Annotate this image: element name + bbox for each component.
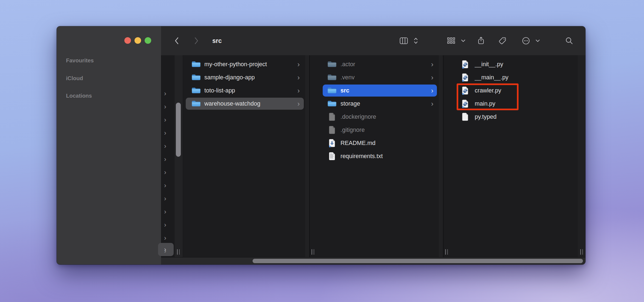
- file-name: __main__.py: [475, 74, 508, 81]
- file-name: crawler.py: [475, 87, 501, 94]
- chevron-right-icon: ›: [431, 87, 433, 95]
- file-name: storage: [340, 100, 360, 107]
- finder-window: Favourites iCloud Locations src › ››››››…: [57, 26, 585, 265]
- chevron-down-icon: [461, 39, 465, 42]
- file-row[interactable]: crawler.py: [443, 84, 577, 97]
- sidebar: Favourites iCloud Locations: [57, 26, 161, 265]
- file-name: toto-list-app: [204, 87, 235, 94]
- toolbar: src: [161, 26, 585, 56]
- file-row[interactable]: storage ›: [310, 97, 443, 110]
- hidden-column-row-chevron: ›: [164, 142, 166, 150]
- column-view-content: › ›››››››››››››› my-other-python-project…: [161, 55, 585, 257]
- file-row[interactable]: requirements.txt: [310, 150, 443, 163]
- hidden-column-row-chevron: ›: [164, 116, 166, 124]
- column-view-button[interactable]: [400, 37, 408, 44]
- close-window-button[interactable]: [124, 37, 131, 44]
- folder-icon: [327, 74, 337, 81]
- file-name: main.py: [475, 100, 495, 107]
- python-file-icon: [462, 73, 469, 82]
- folder-icon: [327, 100, 337, 108]
- hidden-column-row-chevron: ›: [164, 208, 166, 216]
- file-row[interactable]: __main__.py: [443, 71, 577, 84]
- file-row[interactable]: .gitignore: [310, 123, 443, 137]
- file-name: requirements.txt: [340, 153, 383, 160]
- column-src: __init__.py __main__.py crawler.py main.…: [443, 55, 577, 257]
- folder-icon: [191, 60, 201, 68]
- sidebar-section-icloud: iCloud: [66, 75, 83, 82]
- chevron-right-icon: ›: [297, 74, 300, 82]
- horizontal-scrollbar-thumb[interactable]: [253, 259, 583, 263]
- python-file-icon: [462, 99, 469, 108]
- hidden-column-row-chevron: ›: [164, 221, 166, 229]
- file-row[interactable]: main.py: [443, 97, 577, 110]
- horizontal-scrollbar-track[interactable]: [161, 257, 585, 265]
- column-scrollbar-lane: [305, 55, 309, 257]
- chevron-right-icon: ›: [431, 60, 433, 68]
- hidden-column-row-chevron: ›: [164, 103, 166, 111]
- folder-icon: [191, 100, 201, 108]
- folder-icon: [191, 87, 201, 94]
- file-row[interactable]: my-other-python-project ›: [182, 58, 309, 71]
- sidebar-section-locations: Locations: [66, 93, 92, 99]
- chevron-right-icon: ›: [297, 87, 300, 95]
- document-icon: [328, 126, 336, 134]
- column-resize-handle[interactable]: [445, 249, 448, 255]
- markdown-file-icon: [328, 139, 336, 147]
- file-row[interactable]: __init__.py: [443, 58, 577, 71]
- column-resize-handle[interactable]: [311, 249, 315, 255]
- share-button[interactable]: [477, 37, 485, 45]
- search-button[interactable]: [565, 37, 573, 45]
- folder-icon: [327, 60, 337, 68]
- column-resize-handle[interactable]: [176, 249, 180, 255]
- folder-icon: [191, 74, 201, 81]
- view-stepper-icon[interactable]: [414, 37, 418, 44]
- file-name: py.typed: [475, 114, 497, 120]
- file-row[interactable]: toto-list-app ›: [182, 84, 309, 97]
- minimize-window-button[interactable]: [134, 37, 141, 44]
- sidebar-section-favourites: Favourites: [66, 57, 94, 64]
- file-name: __init__.py: [475, 61, 503, 68]
- hidden-column-row-chevron: ›: [164, 195, 166, 202]
- chevron-right-icon: ›: [297, 100, 300, 108]
- more-actions-button[interactable]: [522, 37, 530, 45]
- forward-button[interactable]: [194, 37, 199, 45]
- file-name: .venv: [340, 74, 354, 81]
- chevron-right-icon: ›: [431, 74, 433, 82]
- file-row[interactable]: py.typed: [443, 110, 577, 123]
- vertical-scrollbar-track[interactable]: [174, 55, 183, 257]
- file-row-selected[interactable]: warehouse-watchdog ›: [182, 97, 309, 110]
- hidden-column-strip: › ››››››››››››››: [161, 55, 174, 257]
- column-scrollbar-lane: [439, 55, 443, 257]
- file-row[interactable]: .dockerignore: [310, 110, 443, 123]
- file-name: sample-django-app: [204, 74, 255, 81]
- file-name: .actor: [340, 61, 355, 68]
- chevron-right-icon: ›: [431, 100, 433, 108]
- column-resize-handle[interactable]: [580, 249, 583, 255]
- file-name: my-other-python-project: [204, 61, 267, 68]
- tag-button[interactable]: [499, 37, 506, 45]
- chevron-down-icon: [536, 39, 540, 42]
- folder-icon: [327, 87, 337, 94]
- hidden-column-row-chevron: ›: [164, 155, 166, 163]
- column-warehouse-watchdog: .actor › .venv › src ›: [310, 55, 443, 257]
- file-row[interactable]: .actor ›: [310, 58, 443, 71]
- hidden-column-row-chevron: ›: [164, 234, 166, 242]
- python-file-icon: [462, 86, 469, 95]
- text-file-icon: [328, 152, 336, 161]
- file-name: warehouse-watchdog: [204, 100, 260, 107]
- chevron-right-icon: ›: [297, 60, 300, 68]
- group-items-button[interactable]: [447, 37, 455, 44]
- file-row[interactable]: README.md: [310, 137, 443, 150]
- hidden-column-row-chevron: ›: [164, 90, 166, 97]
- python-file-icon: [462, 60, 469, 69]
- hidden-column-row-chevron: ›: [164, 182, 166, 189]
- hidden-column-row-chevron: ›: [164, 247, 166, 255]
- file-row-selected[interactable]: src ›: [310, 84, 443, 97]
- zoom-window-button[interactable]: [145, 37, 151, 44]
- hidden-column-row-chevron: ›: [164, 129, 166, 137]
- file-row[interactable]: sample-django-app ›: [182, 71, 309, 84]
- back-button[interactable]: [174, 37, 179, 45]
- vertical-scrollbar-thumb[interactable]: [176, 103, 181, 157]
- window-title: src: [212, 26, 222, 55]
- file-row[interactable]: .venv ›: [310, 71, 443, 84]
